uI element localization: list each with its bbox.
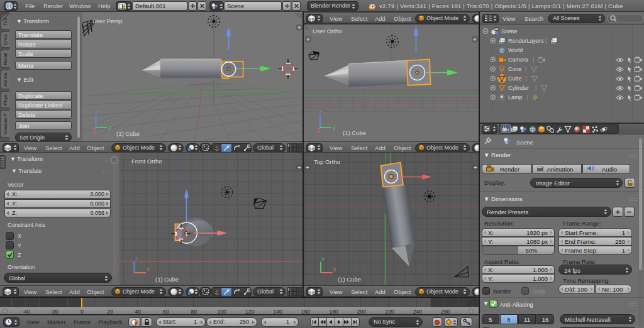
svg-text:z: z xyxy=(319,109,322,116)
svg-text:y: y xyxy=(322,256,325,261)
svg-text:z: z xyxy=(96,109,98,116)
svg-text:z: z xyxy=(135,256,138,261)
svg-text:(1) Cube: (1) Cube xyxy=(338,276,361,283)
svg-text:Top Ortho: Top Ortho xyxy=(314,158,340,165)
svg-text:x: x xyxy=(147,266,150,272)
svg-text:x: x xyxy=(317,129,319,134)
svg-text:(1) Cube: (1) Cube xyxy=(155,276,179,283)
svg-text:User Persp: User Persp xyxy=(92,18,123,25)
svg-text:x: x xyxy=(333,266,336,272)
svg-text:(1) Cube: (1) Cube xyxy=(343,129,366,136)
svg-text:(1) Cube: (1) Cube xyxy=(116,130,140,137)
svg-text:User Ortho: User Ortho xyxy=(313,28,341,35)
svg-text:Front Ortho: Front Ortho xyxy=(131,158,162,165)
svg-text:x: x xyxy=(93,129,96,134)
